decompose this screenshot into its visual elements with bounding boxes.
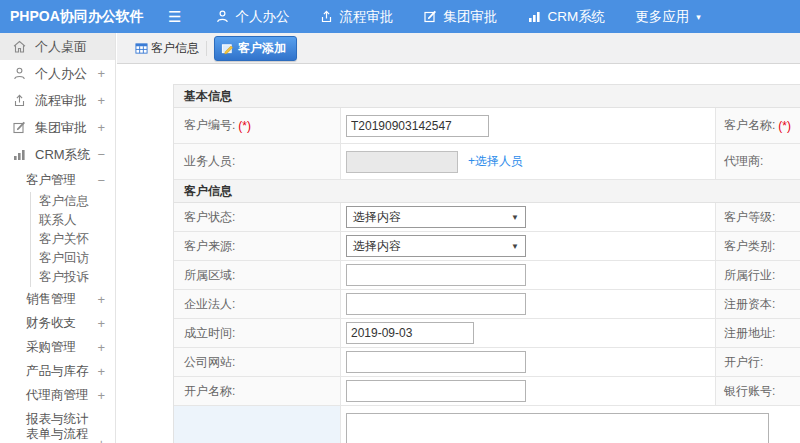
edit-icon bbox=[221, 42, 234, 55]
field-label: 注册地址: bbox=[724, 325, 775, 342]
sidebar-item-crm[interactable]: CRM系统 − bbox=[0, 141, 115, 168]
form-row-customer-status: 客户状态: 选择内容 ▼ 客户等级: bbox=[174, 203, 800, 232]
sidebar-label: CRM系统 bbox=[35, 146, 97, 164]
field-label: 客户名称: bbox=[724, 117, 775, 134]
form-row-establish-date: 成立时间: 注册地址: bbox=[174, 319, 800, 348]
expand-icon[interactable]: + bbox=[97, 93, 105, 108]
field-label: 客户类别: bbox=[724, 238, 775, 255]
table-icon bbox=[135, 42, 148, 55]
customer-no-input[interactable] bbox=[346, 115, 489, 137]
field-label-cell: 成立时间: bbox=[174, 319, 341, 347]
remark-textarea[interactable] bbox=[346, 413, 769, 443]
customer-source-select[interactable]: 选择内容 ▼ bbox=[346, 235, 526, 257]
topmenu-process-approval[interactable]: 流程审批 bbox=[319, 8, 393, 26]
form-row-account-name: 开户名称: 银行账号: bbox=[174, 377, 800, 406]
sidebar-group-finance[interactable]: 财务收支 + bbox=[0, 311, 115, 335]
expand-icon[interactable]: + bbox=[97, 340, 105, 355]
salesperson-input[interactable] bbox=[346, 151, 458, 173]
field-label-cell: 企业法人: bbox=[174, 290, 341, 318]
account-name-input[interactable] bbox=[346, 380, 526, 402]
region-input[interactable] bbox=[346, 264, 526, 286]
collapse-icon[interactable]: − bbox=[97, 147, 105, 162]
sidebar-item-contacts[interactable]: 联系人 bbox=[31, 211, 115, 230]
tab-label: 客户信息 bbox=[151, 40, 199, 57]
form-row-remark bbox=[174, 406, 800, 443]
field-label-cell: 注册地址: bbox=[716, 319, 800, 347]
sidebar-label: 个人桌面 bbox=[35, 38, 105, 56]
topmenu-personal-office[interactable]: 个人办公 bbox=[215, 8, 289, 26]
sidebar-group-agents[interactable]: 代理商管理 + bbox=[0, 383, 115, 407]
form-row-legal-person: 企业法人: 注册资本: bbox=[174, 290, 800, 319]
topmenu-more-apps[interactable]: 更多应用 ▾ bbox=[635, 8, 701, 26]
field-label-cell: 所属行业: bbox=[716, 261, 800, 289]
process-icon bbox=[319, 9, 334, 24]
edit-icon bbox=[12, 120, 27, 135]
sidebar-group-customer-mgmt[interactable]: 客户管理 − bbox=[0, 168, 115, 192]
expand-icon[interactable]: + bbox=[97, 66, 105, 81]
field-cell: 选择内容 ▼ bbox=[341, 203, 716, 231]
field-cell bbox=[341, 406, 800, 443]
chevron-down-icon: ▾ bbox=[696, 12, 701, 22]
expand-icon[interactable]: + bbox=[97, 120, 105, 135]
sidebar-label: 报表与统计 bbox=[26, 411, 105, 428]
field-label: 客户编号: bbox=[184, 117, 235, 134]
sidebar-item-customer-complaint[interactable]: 客户投诉 bbox=[31, 268, 115, 287]
topmenu-crm[interactable]: CRM系统 bbox=[527, 8, 605, 26]
field-cell bbox=[341, 290, 716, 318]
field-label-cell: 代理商: bbox=[716, 144, 800, 179]
form-row-region: 所属区域: 所属行业: bbox=[174, 261, 800, 290]
sidebar-group-products[interactable]: 产品与库存 + bbox=[0, 359, 115, 383]
field-label-cell: 客户状态: bbox=[174, 203, 341, 231]
sidebar-group-sales[interactable]: 销售管理 + bbox=[0, 287, 115, 311]
field-label: 注册资本: bbox=[724, 296, 775, 313]
field-label-cell: 客户等级: bbox=[716, 203, 800, 231]
user-icon bbox=[215, 9, 230, 24]
collapse-icon[interactable]: − bbox=[97, 173, 105, 188]
establish-date-input[interactable] bbox=[346, 322, 474, 344]
field-label: 代理商: bbox=[724, 153, 763, 170]
tab-customer-info[interactable]: 客户信息 bbox=[135, 40, 199, 57]
chart-icon bbox=[12, 147, 27, 162]
legal-person-input[interactable] bbox=[346, 293, 526, 315]
expand-icon[interactable]: + bbox=[97, 388, 105, 403]
field-cell: 选择内容 ▼ bbox=[341, 232, 716, 260]
expand-icon[interactable]: + bbox=[97, 292, 105, 307]
tab-customer-add[interactable]: 客户添加 bbox=[214, 36, 297, 61]
select-caret-icon: ▼ bbox=[511, 242, 519, 251]
sidebar-item-customer-info[interactable]: 客户信息 bbox=[31, 192, 115, 211]
expand-icon[interactable]: + bbox=[97, 364, 105, 379]
field-label: 客户等级: bbox=[724, 209, 775, 226]
sidebar-item-personal-office[interactable]: 个人办公 + bbox=[0, 60, 115, 87]
field-label: 客户状态: bbox=[184, 209, 235, 226]
select-personnel-link[interactable]: +选择人员 bbox=[468, 153, 523, 170]
sidebar-group-purchase[interactable]: 采购管理 + bbox=[0, 335, 115, 359]
process-icon bbox=[12, 93, 27, 108]
field-label-cell: 业务人员: bbox=[174, 144, 341, 179]
section-title-customer: 客户信息 bbox=[174, 180, 800, 203]
edit-icon bbox=[423, 9, 438, 24]
field-label-cell: 开户名称: bbox=[174, 377, 341, 405]
form-row-customer-source: 客户来源: 选择内容 ▼ 客户类别: bbox=[174, 232, 800, 261]
hamburger-icon[interactable]: ☰ bbox=[168, 8, 181, 26]
field-label-cell: 银行账号: bbox=[716, 377, 800, 405]
sidebar-item-customer-followup[interactable]: 客户回访 bbox=[31, 249, 115, 268]
required-marker: (*) bbox=[778, 119, 791, 133]
sidebar-item-group-approval[interactable]: 集团审批 + bbox=[0, 114, 115, 141]
tab-label: 客户添加 bbox=[238, 40, 286, 57]
sidebar-item-customer-care[interactable]: 客户关怀 bbox=[31, 230, 115, 249]
section-title-basic: 基本信息 bbox=[174, 85, 800, 108]
field-cell bbox=[341, 377, 716, 405]
tab-bar: 客户信息 客户添加 bbox=[117, 33, 800, 64]
user-icon bbox=[12, 66, 27, 81]
topmenu-group-approval[interactable]: 集团审批 bbox=[423, 8, 497, 26]
field-cell bbox=[341, 108, 716, 143]
website-input[interactable] bbox=[346, 351, 526, 373]
sidebar-item-desktop[interactable]: 个人桌面 bbox=[0, 33, 115, 60]
sidebar-item-process-approval[interactable]: 流程审批 + bbox=[0, 87, 115, 114]
sidebar-group-form-settings[interactable]: 表单与流程设置 + bbox=[0, 431, 115, 443]
customer-status-select[interactable]: 选择内容 ▼ bbox=[346, 206, 526, 228]
field-cell bbox=[341, 261, 716, 289]
expand-icon[interactable]: + bbox=[97, 316, 105, 331]
sidebar-label: 客户管理 bbox=[26, 172, 97, 189]
expand-icon[interactable]: + bbox=[97, 436, 105, 443]
